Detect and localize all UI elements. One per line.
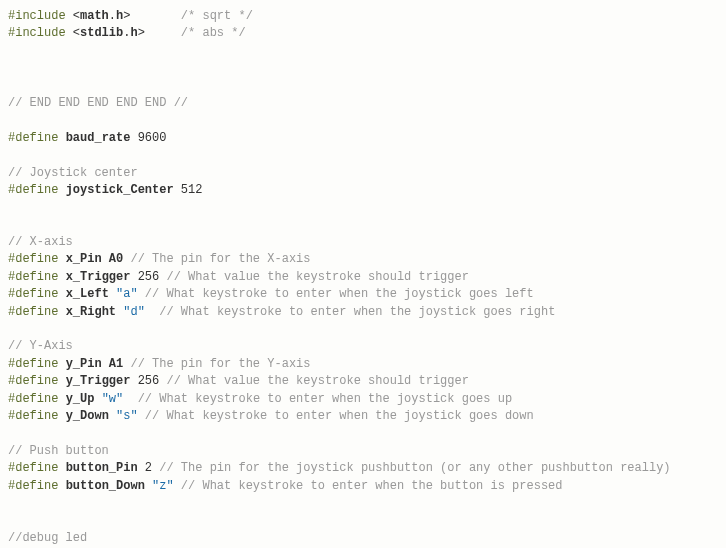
token-cm: // What keystroke to enter when the joys… bbox=[145, 409, 534, 423]
code-line: #define y_Down "s" // What keystroke to … bbox=[8, 408, 718, 425]
code-line: #define joystick_Center 512 bbox=[8, 182, 718, 199]
token-cm: // Joystick center bbox=[8, 166, 138, 180]
token-reg bbox=[58, 461, 65, 475]
token-reg bbox=[58, 374, 65, 388]
token-reg bbox=[174, 479, 181, 493]
token-reg bbox=[145, 479, 152, 493]
token-kw: #define bbox=[8, 357, 58, 371]
token-cm: // The pin for the X-axis bbox=[130, 252, 310, 266]
token-id: x_Right bbox=[66, 305, 116, 319]
token-id: x_Trigger bbox=[66, 270, 131, 284]
token-reg: 9600 bbox=[130, 131, 166, 145]
token-cm: // The pin for the joystick pushbutton (… bbox=[159, 461, 670, 475]
token-reg bbox=[138, 287, 145, 301]
token-reg bbox=[58, 409, 65, 423]
token-reg bbox=[58, 131, 65, 145]
token-reg bbox=[102, 357, 109, 371]
token-cm: // What keystroke to enter when the joys… bbox=[138, 392, 512, 406]
token-cm: // The pin for the Y-axis bbox=[130, 357, 310, 371]
code-line: #define x_Right "d" // What keystroke to… bbox=[8, 304, 718, 321]
token-reg bbox=[58, 270, 65, 284]
token-str: "s" bbox=[116, 409, 138, 423]
token-cm: //debug led bbox=[8, 531, 87, 545]
token-reg: < bbox=[66, 9, 80, 23]
code-line: // END END END END END // bbox=[8, 95, 718, 112]
token-reg: 2 bbox=[138, 461, 160, 475]
code-line: #define baud_rate 9600 bbox=[8, 130, 718, 147]
token-reg bbox=[123, 392, 137, 406]
token-cm: // What keystroke to enter when the joys… bbox=[159, 305, 555, 319]
token-cm: // What keystroke to enter when the joys… bbox=[145, 287, 534, 301]
token-reg bbox=[58, 183, 65, 197]
code-block: #include <math.h> /* sqrt */#include <st… bbox=[8, 8, 718, 548]
token-id: x_Pin bbox=[66, 252, 102, 266]
token-kw: #define bbox=[8, 183, 58, 197]
token-kw: #define bbox=[8, 479, 58, 493]
code-line: // Joystick center bbox=[8, 165, 718, 182]
token-id: math bbox=[80, 9, 109, 23]
code-line: // X-axis bbox=[8, 234, 718, 251]
token-kw: #include bbox=[8, 9, 66, 23]
token-id: button_Pin bbox=[66, 461, 138, 475]
code-line bbox=[8, 495, 718, 512]
token-cm: // X-axis bbox=[8, 235, 73, 249]
token-str: "z" bbox=[152, 479, 174, 493]
token-reg: 512 bbox=[174, 183, 203, 197]
code-line: #define x_Pin A0 // The pin for the X-ax… bbox=[8, 251, 718, 268]
code-line: #define y_Pin A1 // The pin for the Y-ax… bbox=[8, 356, 718, 373]
token-kw: #define bbox=[8, 287, 58, 301]
code-line bbox=[8, 60, 718, 77]
token-id: x_Left bbox=[66, 287, 109, 301]
token-cm: // What keystroke to enter when the butt… bbox=[181, 479, 563, 493]
code-line bbox=[8, 112, 718, 129]
token-reg bbox=[58, 305, 65, 319]
token-id: baud_rate bbox=[66, 131, 131, 145]
token-kw: #define bbox=[8, 461, 58, 475]
code-line bbox=[8, 512, 718, 529]
token-reg: > bbox=[138, 26, 181, 40]
token-str: "a" bbox=[116, 287, 138, 301]
token-kw: #define bbox=[8, 374, 58, 388]
token-cm: // Push button bbox=[8, 444, 109, 458]
token-reg bbox=[58, 357, 65, 371]
token-kw: #define bbox=[8, 252, 58, 266]
token-kw: #include bbox=[8, 26, 66, 40]
code-line bbox=[8, 425, 718, 442]
token-kw: #define bbox=[8, 270, 58, 284]
token-reg bbox=[58, 252, 65, 266]
token-cm: // What value the keystroke should trigg… bbox=[166, 270, 468, 284]
code-line bbox=[8, 78, 718, 95]
code-line: // Y-Axis bbox=[8, 338, 718, 355]
code-line: #define x_Left "a" // What keystroke to … bbox=[8, 286, 718, 303]
token-reg bbox=[138, 409, 145, 423]
token-cm: // What value the keystroke should trigg… bbox=[166, 374, 468, 388]
token-reg: . bbox=[109, 9, 116, 23]
token-kw: #define bbox=[8, 305, 58, 319]
token-id: A0 bbox=[109, 252, 123, 266]
code-line: #include <stdlib.h> /* abs */ bbox=[8, 25, 718, 42]
code-line: #include <math.h> /* sqrt */ bbox=[8, 8, 718, 25]
token-id: joystick_Center bbox=[66, 183, 174, 197]
token-id: h bbox=[130, 26, 137, 40]
token-reg: 256 bbox=[130, 270, 166, 284]
token-cm: /* abs */ bbox=[181, 26, 246, 40]
token-id: A1 bbox=[109, 357, 123, 371]
code-line: #define y_Trigger 256 // What value the … bbox=[8, 373, 718, 390]
token-id: y_Down bbox=[66, 409, 109, 423]
token-cm: // END END END END END // bbox=[8, 96, 188, 110]
code-line: #define y_Up "w" // What keystroke to en… bbox=[8, 391, 718, 408]
token-cm: /* sqrt */ bbox=[181, 9, 253, 23]
token-id: button_Down bbox=[66, 479, 145, 493]
token-reg bbox=[94, 392, 101, 406]
token-kw: #define bbox=[8, 392, 58, 406]
token-id: y_Trigger bbox=[66, 374, 131, 388]
token-reg bbox=[58, 287, 65, 301]
token-id: stdlib bbox=[80, 26, 123, 40]
code-line: #define x_Trigger 256 // What value the … bbox=[8, 269, 718, 286]
token-cm: // Y-Axis bbox=[8, 339, 73, 353]
token-reg: 256 bbox=[130, 374, 166, 388]
token-str: "d" bbox=[123, 305, 145, 319]
token-reg bbox=[58, 479, 65, 493]
token-reg bbox=[109, 287, 116, 301]
token-reg bbox=[58, 392, 65, 406]
